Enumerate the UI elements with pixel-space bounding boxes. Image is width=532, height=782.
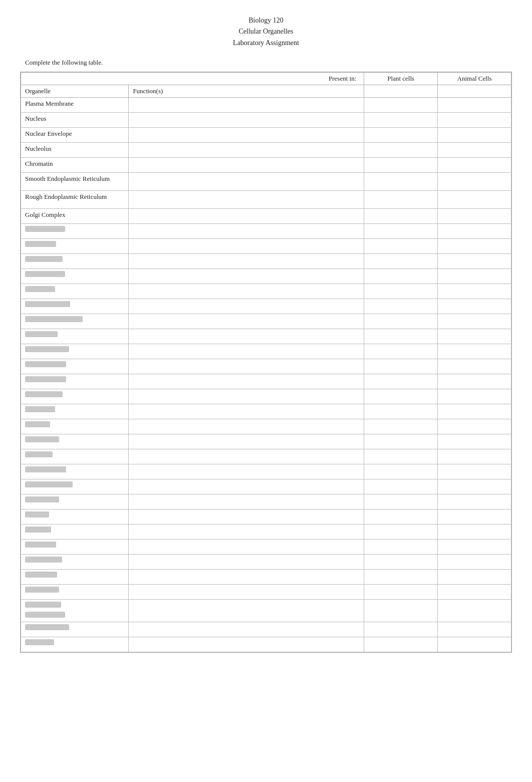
function-cell[interactable]: [129, 98, 364, 113]
plant-cell[interactable]: [364, 509, 438, 525]
function-cell[interactable]: [129, 419, 364, 434]
plant-cell[interactable]: [364, 173, 438, 191]
plant-cell[interactable]: [364, 419, 438, 434]
plant-cell[interactable]: [364, 449, 438, 464]
plant-cell[interactable]: [364, 224, 438, 239]
plant-cell[interactable]: [364, 113, 438, 128]
plant-cell[interactable]: [364, 570, 438, 585]
plant-cell[interactable]: [364, 434, 438, 449]
function-cell[interactable]: [129, 494, 364, 509]
animal-cell[interactable]: [438, 329, 511, 344]
function-cell[interactable]: [129, 637, 364, 652]
plant-cell[interactable]: [364, 143, 438, 158]
plant-cell[interactable]: [364, 284, 438, 299]
animal-cell[interactable]: [438, 637, 511, 652]
animal-cell[interactable]: [438, 239, 511, 254]
function-cell[interactable]: [129, 113, 364, 128]
animal-cell[interactable]: [438, 449, 511, 464]
animal-cell[interactable]: [438, 374, 511, 389]
plant-cell[interactable]: [364, 299, 438, 314]
animal-cell[interactable]: [438, 254, 511, 269]
animal-cell[interactable]: [438, 600, 511, 622]
animal-cell[interactable]: [438, 158, 511, 173]
function-cell[interactable]: [129, 239, 364, 254]
function-cell[interactable]: [129, 143, 364, 158]
plant-cell[interactable]: [364, 637, 438, 652]
animal-cell[interactable]: [438, 173, 511, 191]
animal-cell[interactable]: [438, 344, 511, 359]
animal-cell[interactable]: [438, 555, 511, 570]
plant-cell[interactable]: [364, 389, 438, 404]
plant-cell[interactable]: [364, 239, 438, 254]
animal-cell[interactable]: [438, 525, 511, 540]
animal-cell[interactable]: [438, 434, 511, 449]
function-cell[interactable]: [129, 622, 364, 637]
animal-cell[interactable]: [438, 389, 511, 404]
animal-cell[interactable]: [438, 269, 511, 284]
plant-cell[interactable]: [364, 128, 438, 143]
function-cell[interactable]: [129, 570, 364, 585]
function-cell[interactable]: [129, 254, 364, 269]
function-cell[interactable]: [129, 600, 364, 622]
plant-cell[interactable]: [364, 374, 438, 389]
plant-cell[interactable]: [364, 540, 438, 555]
function-cell[interactable]: [129, 158, 364, 173]
animal-cell[interactable]: [438, 479, 511, 494]
plant-cell[interactable]: [364, 158, 438, 173]
function-cell[interactable]: [129, 128, 364, 143]
function-cell[interactable]: [129, 585, 364, 600]
plant-cell[interactable]: [364, 494, 438, 509]
animal-cell[interactable]: [438, 419, 511, 434]
function-cell[interactable]: [129, 191, 364, 209]
animal-cell[interactable]: [438, 540, 511, 555]
function-cell[interactable]: [129, 434, 364, 449]
function-cell[interactable]: [129, 540, 364, 555]
function-cell[interactable]: [129, 374, 364, 389]
plant-cell[interactable]: [364, 329, 438, 344]
function-cell[interactable]: [129, 209, 364, 224]
plant-cell[interactable]: [364, 344, 438, 359]
function-cell[interactable]: [129, 509, 364, 525]
function-cell[interactable]: [129, 479, 364, 494]
plant-cell[interactable]: [364, 479, 438, 494]
function-cell[interactable]: [129, 284, 364, 299]
function-cell[interactable]: [129, 173, 364, 191]
function-cell[interactable]: [129, 344, 364, 359]
plant-cell[interactable]: [364, 600, 438, 622]
plant-cell[interactable]: [364, 555, 438, 570]
animal-cell[interactable]: [438, 113, 511, 128]
function-cell[interactable]: [129, 464, 364, 479]
animal-cell[interactable]: [438, 191, 511, 209]
function-cell[interactable]: [129, 224, 364, 239]
function-cell[interactable]: [129, 359, 364, 374]
plant-cell[interactable]: [364, 314, 438, 329]
plant-cell[interactable]: [364, 209, 438, 224]
animal-cell[interactable]: [438, 299, 511, 314]
plant-cell[interactable]: [364, 254, 438, 269]
function-cell[interactable]: [129, 525, 364, 540]
animal-cell[interactable]: [438, 128, 511, 143]
plant-cell[interactable]: [364, 98, 438, 113]
animal-cell[interactable]: [438, 509, 511, 525]
function-cell[interactable]: [129, 449, 364, 464]
function-cell[interactable]: [129, 299, 364, 314]
animal-cell[interactable]: [438, 224, 511, 239]
animal-cell[interactable]: [438, 570, 511, 585]
animal-cell[interactable]: [438, 284, 511, 299]
animal-cell[interactable]: [438, 359, 511, 374]
animal-cell[interactable]: [438, 622, 511, 637]
function-cell[interactable]: [129, 404, 364, 419]
plant-cell[interactable]: [364, 525, 438, 540]
plant-cell[interactable]: [364, 622, 438, 637]
plant-cell[interactable]: [364, 269, 438, 284]
animal-cell[interactable]: [438, 143, 511, 158]
animal-cell[interactable]: [438, 494, 511, 509]
plant-cell[interactable]: [364, 359, 438, 374]
animal-cell[interactable]: [438, 98, 511, 113]
function-cell[interactable]: [129, 389, 364, 404]
function-cell[interactable]: [129, 269, 364, 284]
plant-cell[interactable]: [364, 191, 438, 209]
animal-cell[interactable]: [438, 464, 511, 479]
animal-cell[interactable]: [438, 404, 511, 419]
animal-cell[interactable]: [438, 209, 511, 224]
